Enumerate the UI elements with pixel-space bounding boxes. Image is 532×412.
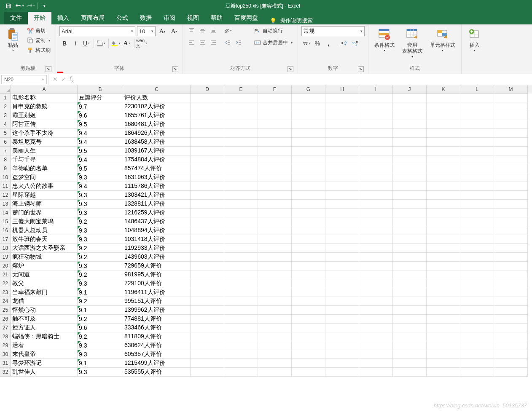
cell[interactable] (460, 315, 494, 324)
row-header[interactable]: 8 (0, 155, 11, 164)
cell[interactable] (258, 200, 292, 209)
cell[interactable] (325, 235, 359, 244)
tab-view[interactable]: 视图 (181, 12, 205, 24)
cell[interactable]: 1215499人评价 (123, 359, 191, 368)
cell[interactable] (224, 209, 258, 217)
cell[interactable]: 535555人评价 (123, 368, 191, 377)
cell[interactable] (325, 288, 359, 297)
cell[interactable] (393, 288, 427, 297)
cell[interactable] (224, 182, 258, 191)
cell[interactable]: 9.4 (78, 182, 123, 191)
cell[interactable] (191, 253, 224, 262)
cell[interactable] (494, 235, 528, 244)
cell[interactable] (393, 173, 427, 182)
cell[interactable]: 9.1 (78, 306, 123, 315)
cell[interactable]: 1039167人评价 (123, 147, 191, 155)
align-right-button[interactable] (208, 38, 218, 47)
cell[interactable] (494, 288, 528, 297)
cell[interactable] (460, 324, 494, 332)
fx-button[interactable]: fx (70, 75, 74, 83)
cell[interactable] (292, 315, 325, 324)
cell[interactable] (427, 341, 460, 350)
cell[interactable] (258, 155, 292, 164)
paste-button[interactable]: 粘贴▾ (3, 26, 23, 54)
font-size-combo[interactable]: 10▾ (137, 26, 156, 36)
cell[interactable] (191, 217, 224, 226)
cell[interactable] (325, 315, 359, 324)
cell[interactable]: 教父 (11, 279, 78, 288)
cell[interactable]: 疯狂动物城 (11, 253, 78, 262)
cell[interactable]: 1196411人评价 (123, 288, 191, 297)
cell[interactable]: 9.4 (78, 155, 123, 164)
cell[interactable] (224, 111, 258, 120)
cell[interactable] (292, 253, 325, 262)
cell[interactable] (325, 191, 359, 200)
cell[interactable]: 9.6 (78, 324, 123, 332)
cell[interactable] (224, 341, 258, 350)
cell[interactable] (393, 306, 427, 315)
cell[interactable] (427, 297, 460, 306)
cell[interactable] (393, 102, 427, 111)
font-color-button[interactable]: A (122, 39, 132, 48)
cell[interactable] (393, 359, 427, 368)
align-middle-button[interactable] (197, 26, 207, 35)
cell[interactable] (325, 306, 359, 315)
format-painter-button[interactable]: 格式刷 (25, 45, 52, 55)
cell[interactable] (460, 120, 494, 129)
cell[interactable] (494, 324, 528, 332)
cell[interactable] (460, 279, 494, 288)
cell[interactable] (191, 94, 224, 102)
cell[interactable] (224, 235, 258, 244)
cell[interactable] (393, 235, 427, 244)
cell[interactable] (292, 288, 325, 297)
cell[interactable]: 评价人数 (123, 94, 191, 102)
cut-button[interactable]: ✂️剪切 (25, 26, 52, 35)
row-header[interactable]: 5 (0, 129, 11, 138)
cell[interactable] (494, 315, 528, 324)
cell[interactable]: 630624人评价 (123, 341, 191, 350)
col-header-M[interactable]: M (494, 85, 528, 94)
cell[interactable] (224, 94, 258, 102)
row-header[interactable]: 28 (0, 332, 11, 341)
cell[interactable] (292, 182, 325, 191)
row-header[interactable]: 14 (0, 209, 11, 217)
wrap-text-button[interactable]: abc自动换行 (253, 26, 294, 35)
cell[interactable] (292, 111, 325, 120)
cell[interactable]: 1031418人评价 (123, 235, 191, 244)
redo-button[interactable]: ▾ (25, 1, 35, 11)
phonetic-button[interactable]: wén文 (137, 39, 147, 48)
row-header[interactable]: 3 (0, 111, 11, 120)
cell[interactable] (460, 350, 494, 359)
cell[interactable] (224, 226, 258, 235)
cell[interactable] (258, 368, 292, 377)
cell[interactable] (258, 235, 292, 244)
cell[interactable]: 9.5 (78, 120, 123, 129)
cell[interactable]: 333466人评价 (123, 324, 191, 332)
cell[interactable]: 豆瓣评分 (78, 94, 123, 102)
cell[interactable] (224, 306, 258, 315)
cell[interactable] (494, 217, 528, 226)
align-bottom-button[interactable] (208, 26, 218, 35)
row-header[interactable]: 26 (0, 315, 11, 324)
cell[interactable] (224, 350, 258, 359)
cell[interactable] (191, 297, 224, 306)
cell[interactable] (224, 359, 258, 368)
cell[interactable] (191, 182, 224, 191)
cell[interactable] (224, 368, 258, 377)
cell[interactable] (292, 297, 325, 306)
cell[interactable] (359, 253, 393, 262)
cell[interactable] (224, 262, 258, 270)
cell[interactable] (460, 253, 494, 262)
cell[interactable] (292, 147, 325, 155)
font-launcher[interactable]: ⬊ (172, 66, 178, 72)
cell[interactable] (325, 253, 359, 262)
row-header[interactable]: 32 (0, 368, 11, 377)
cell[interactable] (359, 138, 393, 147)
cell[interactable]: 1680481人评价 (123, 120, 191, 129)
cell[interactable] (325, 359, 359, 368)
cell[interactable] (494, 111, 528, 120)
cell[interactable]: 2230102人评价 (123, 102, 191, 111)
cell[interactable] (325, 102, 359, 111)
cell[interactable] (494, 102, 528, 111)
cell[interactable] (224, 324, 258, 332)
